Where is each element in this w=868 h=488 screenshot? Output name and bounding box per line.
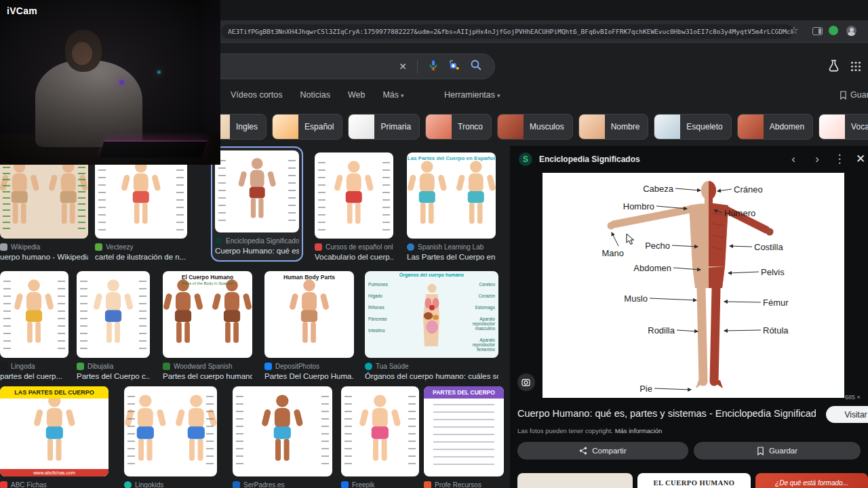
- close-panel-icon[interactable]: ✕: [852, 151, 868, 167]
- result-thumbnail[interactable]: [233, 386, 332, 476]
- result-source[interactable]: Spanish Learning Lab: [407, 243, 496, 251]
- search-labs-icon[interactable]: [827, 60, 840, 75]
- search-inside-image-icon[interactable]: [517, 373, 535, 391]
- bookmark-star-icon[interactable]: ☆: [788, 24, 800, 37]
- result-title[interactable]: Vocabulario del cuerp...: [315, 253, 393, 261]
- result-title[interactable]: partes del cuerp...: [0, 372, 68, 380]
- side-panel-icon[interactable]: [812, 27, 823, 35]
- previous-image-icon[interactable]: ‹: [785, 151, 802, 167]
- google-lens-icon[interactable]: [449, 60, 460, 73]
- chip-vocabulario[interactable]: Vocabulario: [818, 114, 868, 140]
- result-source[interactable]: Dibujalia: [77, 363, 150, 370]
- search-submit-icon[interactable]: [470, 59, 482, 74]
- result-title[interactable]: cartel de ilustración de n...: [95, 253, 187, 261]
- chip-nombre[interactable]: Nombre: [578, 114, 649, 140]
- chip-primaria[interactable]: Primaria: [348, 114, 420, 140]
- result-thumbnail[interactable]: Human Body Parts: [264, 271, 354, 358]
- result-title[interactable]: Cuerpo Humano: qué es, partes ...: [215, 247, 299, 255]
- result-title[interactable]: Órganos del cuerpo humano: cuáles so...: [365, 372, 498, 380]
- result-card[interactable]: PARTES DEL CUERPO Profe Recursos: [424, 386, 504, 488]
- result-thumbnail[interactable]: LAS PARTES DEL CUERPO www.abcfichas.com: [0, 386, 108, 476]
- related-image[interactable]: ¿De qué está formado...: [755, 473, 868, 488]
- chip-musculos[interactable]: Musculos: [497, 114, 573, 140]
- result-source[interactable]: Lingoda: [0, 363, 68, 370]
- result-source[interactable]: ABC Fichas: [0, 481, 108, 488]
- result-card[interactable]: Lingokids: [124, 386, 217, 488]
- save-button[interactable]: Guardar: [694, 442, 861, 460]
- result-thumbnail[interactable]: [77, 271, 150, 358]
- extension-icon[interactable]: [829, 26, 838, 35]
- next-image-icon[interactable]: ›: [809, 151, 825, 167]
- result-card[interactable]: Las Partes del Cuerpo en Español Spanish…: [407, 152, 496, 261]
- result-source[interactable]: Enciclopedia Significados: [215, 237, 299, 245]
- voice-search-icon[interactable]: [428, 60, 439, 73]
- result-card[interactable]: SerPadres.es: [233, 386, 332, 488]
- result-source[interactable]: Wikipedia: [0, 243, 88, 251]
- result-thumbnail[interactable]: [315, 152, 393, 239]
- result-card[interactable]: Lingoda partes del cuerp...: [0, 271, 68, 380]
- result-source[interactable]: Woodward Spanish: [163, 363, 252, 370]
- result-thumbnail[interactable]: Las Partes del Cuerpo en Español: [407, 152, 496, 239]
- chip-espanol[interactable]: Español: [272, 114, 342, 140]
- result-thumbnail[interactable]: El Cuerpo Humano Parts of the Body in Sp…: [163, 271, 252, 358]
- related-image[interactable]: [517, 473, 633, 488]
- result-thumbnail[interactable]: [341, 386, 419, 476]
- result-source[interactable]: SerPadres.es: [233, 481, 332, 488]
- address-bar[interactable]: AE3TifPGgBBt3NnXH4JhqwrCSl3ZIqCryA:17599…: [221, 24, 793, 39]
- result-thumbnail[interactable]: [0, 152, 88, 239]
- panel-result-title[interactable]: Cuerpo Humano: qué es, partes y sistemas…: [517, 408, 816, 419]
- result-thumbnail[interactable]: [95, 152, 187, 239]
- result-card[interactable]: El Cuerpo Humano Parts of the Body in Sp…: [163, 271, 252, 380]
- chip-thumbnail: [579, 115, 605, 139]
- result-title[interactable]: Partes Del Cuerpo Huma...: [264, 372, 354, 380]
- tab-web[interactable]: Web: [348, 90, 365, 100]
- chip-abdomen[interactable]: Abdomen: [737, 114, 813, 140]
- result-card[interactable]: Dibujalia Partes del Cuerpo c...: [77, 271, 150, 380]
- share-icon: [579, 447, 587, 455]
- chip-tronco[interactable]: Tronco: [425, 114, 492, 140]
- result-thumbnail[interactable]: PARTES DEL CUERPO: [424, 386, 504, 476]
- result-card[interactable]: Freepik: [341, 386, 419, 488]
- result-card[interactable]: Órganos del cuerpo humano PulmonesHígado…: [365, 271, 498, 380]
- chip-esqueleto[interactable]: Esqueleto: [654, 114, 731, 140]
- result-card[interactable]: Wikipedia uerpo humano - Wikipedia...: [0, 152, 88, 261]
- result-card[interactable]: Cursos de español onl... Vocabulario del…: [315, 152, 393, 261]
- anatomy-preview-image[interactable]: Cabeza Hombro Mano Pecho Abdomen Muslo R…: [542, 173, 844, 398]
- result-thumbnail[interactable]: [0, 271, 68, 358]
- visit-button[interactable]: Visitar›: [826, 406, 868, 423]
- result-thumbnail[interactable]: [124, 386, 217, 476]
- result-title[interactable]: Partes del Cuerpo c...: [77, 372, 150, 380]
- result-source[interactable]: Lingokids: [124, 481, 217, 488]
- result-source[interactable]: Freepik: [341, 481, 419, 488]
- google-apps-grid-icon[interactable]: [850, 61, 861, 75]
- result-source[interactable]: DepositPhotos: [264, 363, 354, 370]
- related-image[interactable]: EL CUERPO HUMANO: [637, 473, 751, 488]
- tab-videos-cortos[interactable]: Vídeos cortos: [231, 90, 282, 100]
- result-title[interactable]: Partes del cuerpo humano ...: [163, 372, 252, 380]
- result-thumbnail[interactable]: [215, 150, 299, 232]
- more-options-icon[interactable]: ⋮: [831, 151, 848, 167]
- result-title[interactable]: uerpo humano - Wikipedia...: [0, 253, 88, 261]
- panel-source-name[interactable]: Enciclopedia Significados: [539, 155, 640, 164]
- result-card[interactable]: LAS PARTES DEL CUERPO www.abcfichas.com …: [0, 386, 108, 488]
- result-source[interactable]: Profe Recursos: [424, 481, 504, 488]
- result-title[interactable]: Las Partes del Cuerpo en E...: [407, 253, 496, 261]
- profile-avatar[interactable]: [846, 26, 856, 36]
- chevron-down-icon: ▾: [497, 92, 500, 99]
- anatomy-figure-art: [542, 173, 844, 398]
- result-card-selected[interactable]: Enciclopedia Significados Cuerpo Humano:…: [211, 146, 303, 262]
- tab-noticias[interactable]: Noticias: [300, 90, 330, 100]
- more-info-link[interactable]: Más información: [615, 427, 663, 434]
- tab-mas[interactable]: Más▾: [382, 90, 403, 100]
- result-card[interactable]: Vecteezy cartel de ilustración de n...: [95, 152, 187, 261]
- share-button[interactable]: Compartir: [517, 442, 688, 460]
- tab-herramientas[interactable]: Herramientas▾: [444, 90, 500, 100]
- result-source[interactable]: Vecteezy: [95, 243, 187, 251]
- result-source[interactable]: Tua Saúde: [365, 363, 498, 370]
- anatomy-label: Muslo: [624, 293, 648, 304]
- save-results-button[interactable]: Guardar: [840, 90, 868, 100]
- result-source[interactable]: Cursos de español onl...: [315, 243, 393, 251]
- clear-search-icon[interactable]: ✕: [399, 61, 407, 72]
- result-thumbnail[interactable]: Órganos del cuerpo humano PulmonesHígado…: [365, 271, 498, 358]
- result-card[interactable]: Human Body Parts DepositPhotos Partes De…: [264, 271, 354, 380]
